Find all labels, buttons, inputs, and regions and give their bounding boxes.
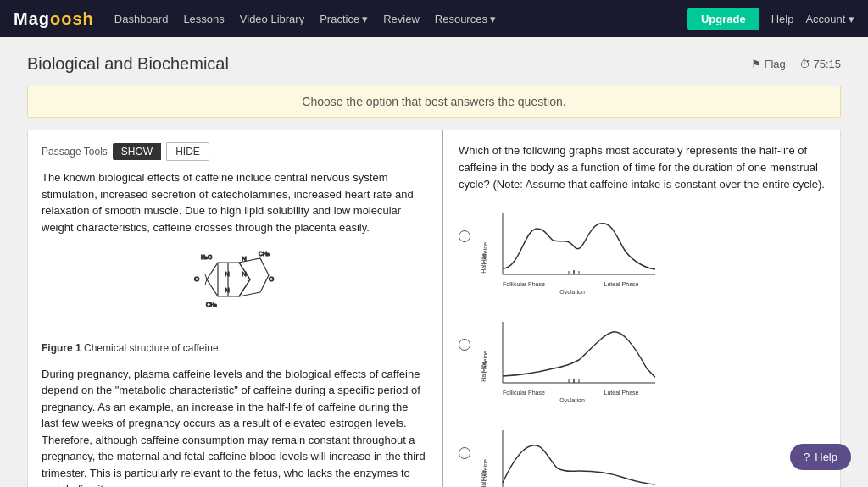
svg-text:Follicular Phase: Follicular Phase [503,281,545,287]
logo-accent: oosh [50,9,94,28]
chevron-down-icon: ▾ [362,13,368,25]
nav-video-library[interactable]: Video Library [240,13,304,25]
clock-icon: ⏱ [799,58,810,70]
nav-right: Upgrade Help Account ▾ [687,8,854,30]
help-icon: ? [804,451,810,463]
passage-paragraph-1: The known biological effects of caffeine… [42,169,428,235]
instruction-banner: Choose the option that best answers the … [27,86,841,118]
graph-c: Caffeine Half-life Follicular Phase Lute… [477,422,664,487]
svg-text:Luteal Phase: Luteal Phase [604,281,639,287]
passage-column: Passage Tools SHOW HIDE The known biolog… [28,130,443,487]
nav-links: Dashboard Lessons Video Library Practice… [114,13,687,25]
help-float-button[interactable]: ? Help [790,444,851,470]
svg-text:Follicular Phase: Follicular Phase [503,390,545,396]
radio-c[interactable] [459,447,470,459]
header-right: ⚑ Flag ⏱ 75:15 [751,58,841,70]
svg-text:Half-life: Half-life [481,253,487,274]
svg-text:Luteal Phase: Luteal Phase [604,390,639,396]
passage-tools-label: Passage Tools [42,144,108,159]
svg-text:N: N [242,255,247,263]
svg-text:Half-life: Half-life [481,362,487,382]
hide-button[interactable]: HIDE [166,142,209,161]
figure-caption: Figure 1 Chemical structure of caffeine. [42,340,428,356]
svg-line-13 [205,274,207,279]
svg-text:CH₃: CH₃ [259,251,270,257]
svg-line-14 [205,279,207,285]
svg-text:N: N [225,286,230,294]
upgrade-button[interactable]: Upgrade [687,8,760,30]
chemical-structure-image: H₃C CH₃ CH₃ O O N N N N [159,246,311,330]
nav-practice[interactable]: Practice ▾ [320,13,368,25]
page-title: Biological and Biochemical [27,54,229,74]
svg-text:CH₃: CH₃ [206,302,217,307]
svg-text:O: O [269,275,274,283]
timer: ⏱ 75:15 [799,58,841,70]
nav-lessons[interactable]: Lessons [183,13,224,25]
question-column: Which of the following graphs most accur… [443,130,840,487]
flag-button[interactable]: ⚑ Flag [751,58,786,70]
nav-review[interactable]: Review [383,13,420,25]
passage-paragraph-2: During pregnancy, plasma caffeine levels… [42,366,428,488]
chevron-down-icon: ▾ [849,13,854,25]
nav-resources[interactable]: Resources ▾ [435,13,496,25]
svg-text:H₃C: H₃C [201,254,212,260]
question-text: Which of the following graphs most accur… [459,142,825,193]
svg-text:Half-life: Half-life [481,470,487,487]
svg-text:Ovulation: Ovulation [559,397,585,403]
graph-a: Caffeine Half-life Follicular Phase Lute… [477,205,664,298]
figure-area: H₃C CH₃ CH₃ O O N N N N [42,246,428,356]
answer-option-c[interactable]: Caffeine Half-life Follicular Phase Lute… [459,422,825,487]
svg-text:O: O [194,275,199,283]
radio-a[interactable] [459,230,470,242]
navigation: Magoosh Dashboard Lessons Video Library … [0,0,868,37]
nav-help[interactable]: Help [771,13,794,25]
chevron-down-icon: ▾ [490,13,496,25]
flag-icon: ⚑ [751,58,761,70]
page-header: Biological and Biochemical ⚑ Flag ⏱ 75:1… [27,54,841,74]
show-button[interactable]: SHOW [113,143,161,160]
svg-text:Ovulation: Ovulation [559,289,585,295]
nav-dashboard[interactable]: Dashboard [114,13,169,25]
nav-account[interactable]: Account ▾ [805,13,854,25]
graph-b: Caffeine Half-life Follicular Phase Lute… [477,313,664,407]
answer-option-a[interactable]: Caffeine Half-life Follicular Phase Lute… [459,205,825,298]
answer-option-b[interactable]: Caffeine Half-life Follicular Phase Lute… [459,313,825,407]
svg-text:N: N [225,270,230,278]
svg-text:N: N [242,270,247,278]
logo: Magoosh [14,9,94,29]
radio-b[interactable] [459,339,470,351]
passage-tools: Passage Tools SHOW HIDE [42,142,428,161]
content-area: Passage Tools SHOW HIDE The known biolog… [27,130,841,487]
